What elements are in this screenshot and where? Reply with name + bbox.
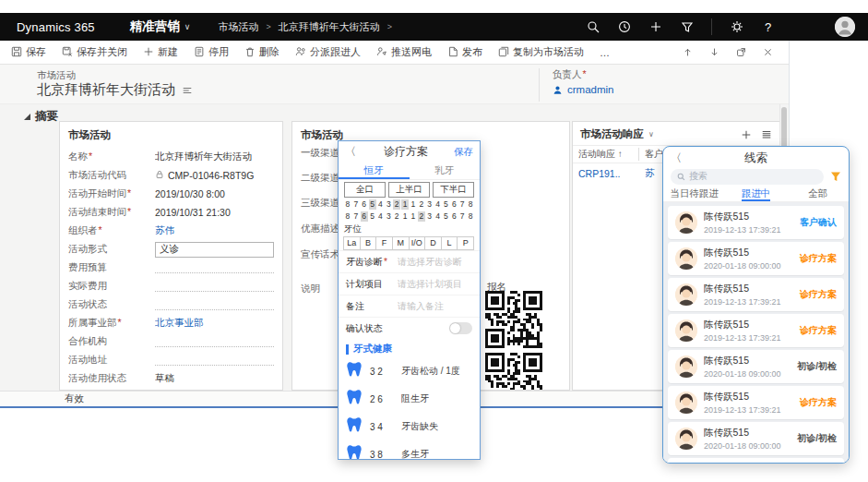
tooth-number-cell[interactable]: 2 <box>418 199 425 210</box>
leads-tab[interactable]: 跟进中 <box>725 187 787 201</box>
grid-title[interactable]: 市场活动响应 <box>580 127 644 141</box>
tooth-number-cell[interactable]: 7 <box>352 211 360 222</box>
plan-field-row[interactable]: 计划项目请选择计划项目 <box>339 272 480 295</box>
lead-list-item[interactable]: 陈传跃5152020-01-18 09:00:00初诊/初检 <box>668 422 844 455</box>
dental-health-item[interactable]: 3 4牙齿缺失 <box>339 413 480 440</box>
dental-health-item[interactable]: 3 2牙齿松动 / 1度 <box>339 357 480 385</box>
close-icon[interactable] <box>761 46 774 59</box>
tooth-number-cell[interactable]: 8 <box>467 199 474 210</box>
deactivate-button[interactable]: 停用 <box>194 45 229 59</box>
leads-tab[interactable]: 当日待跟进 <box>663 187 725 201</box>
back-chevron-icon[interactable]: 〈 <box>671 151 684 166</box>
tooth-number-cell[interactable]: 6 <box>361 211 368 222</box>
chevron-down-icon[interactable]: ∨ <box>648 130 654 139</box>
tooth-number-cell[interactable]: 5 <box>369 211 376 222</box>
tooth-surface-cell[interactable]: F <box>375 236 393 250</box>
new-button[interactable]: 新建 <box>143 45 178 59</box>
field-value-link[interactable]: 北京事业部 <box>155 317 274 330</box>
tooth-number-cell[interactable]: 6 <box>361 199 368 210</box>
add-record-icon[interactable] <box>741 129 752 140</box>
response-number-link[interactable]: CRP191.. <box>573 168 639 179</box>
tooth-surface-cell[interactable]: La <box>343 236 361 250</box>
delete-button[interactable]: 删除 <box>244 45 279 59</box>
tooth-number-cell[interactable]: 5 <box>443 199 450 210</box>
quick-create-icon[interactable] <box>648 20 662 34</box>
lead-list-item[interactable]: 陈传跃5152019-12-13 17:39:21客户确认 <box>668 206 844 239</box>
tooth-number-cell[interactable]: 3 <box>385 199 392 210</box>
form-selector-icon[interactable] <box>182 85 193 96</box>
field-input[interactable]: 义诊 <box>155 242 274 258</box>
tooth-number-cell[interactable]: 5 <box>443 211 450 222</box>
save-button[interactable]: 保存 <box>11 45 46 59</box>
search-input[interactable]: 搜索 <box>671 169 824 185</box>
plan-field-row[interactable]: 备注请输入备注 <box>339 295 480 317</box>
tooth-number-cell[interactable]: 7 <box>458 211 466 222</box>
column-header[interactable]: 活动响应 ↑ <box>573 148 639 161</box>
tooth-number-cell[interactable]: 7 <box>352 199 360 210</box>
dynamics365-home-link[interactable]: Dynamics 365 <box>17 20 95 34</box>
recent-items-icon[interactable] <box>617 20 631 34</box>
help-icon[interactable]: ? <box>761 20 775 34</box>
tab-inactive[interactable]: 乳牙 <box>410 163 481 179</box>
user-avatar[interactable] <box>835 17 855 37</box>
tooth-number-cell[interactable]: 1 <box>410 211 417 222</box>
tab-active[interactable]: 恒牙 <box>339 163 410 179</box>
empty-field-value[interactable] <box>155 299 274 310</box>
tooth-number-cell[interactable]: 7 <box>458 199 466 210</box>
tooth-number-cell[interactable]: 3 <box>385 211 392 222</box>
tooth-number-cell[interactable]: 4 <box>377 211 385 222</box>
leads-tab[interactable]: 全部 <box>787 187 849 201</box>
tooth-number-cell[interactable]: 4 <box>434 211 442 222</box>
filter-funnel-icon[interactable] <box>830 171 841 182</box>
tooth-number-cell[interactable]: 6 <box>450 211 458 222</box>
app-switcher[interactable]: 精准营销 <box>130 18 180 35</box>
tooth-number-cell[interactable]: 2 <box>393 199 400 210</box>
tooth-surface-cell[interactable]: D <box>424 236 442 250</box>
empty-field-value[interactable] <box>155 336 274 347</box>
lead-list-item[interactable]: 陈传跃515 <box>668 458 844 463</box>
publish-button[interactable]: 发布 <box>447 45 482 59</box>
copy-as-campaign-button[interactable]: 复制为市场活动 <box>498 45 584 59</box>
field-value-link[interactable]: 苏伟 <box>155 224 274 237</box>
empty-field-value[interactable] <box>155 262 274 273</box>
tooth-number-cell[interactable]: 1 <box>410 199 417 210</box>
previous-record-icon[interactable] <box>681 46 694 59</box>
tooth-surface-cell[interactable]: B <box>360 236 377 250</box>
tooth-number-cell[interactable]: 8 <box>344 211 351 222</box>
search-icon[interactable] <box>586 20 600 34</box>
settings-gear-icon[interactable] <box>730 20 743 34</box>
filter-icon[interactable] <box>680 20 694 34</box>
tooth-number-cell[interactable]: 2 <box>393 211 400 222</box>
next-record-icon[interactable] <box>707 46 720 59</box>
lead-list-item[interactable]: 陈传跃5152020-01-18 09:00:00初诊/初检 <box>668 350 844 383</box>
tooth-number-cell[interactable]: 3 <box>426 199 434 210</box>
empty-field-value[interactable] <box>155 281 274 292</box>
dental-health-item[interactable]: 2 6阻生牙 <box>339 385 480 413</box>
lead-list-item[interactable]: 陈传跃5152019-12-13 17:39:21诊疗方案 <box>668 314 844 347</box>
lead-list-item[interactable]: 陈传跃5152020-01-18 09:00:00诊疗方案 <box>668 242 844 275</box>
tooth-surface-cell[interactable]: I/O <box>409 236 426 250</box>
dental-health-item[interactable]: 3 8多生牙 <box>339 440 480 459</box>
tooth-number-cell[interactable]: 5 <box>369 199 376 210</box>
breadcrumb-campaigns[interactable]: 市场活动 <box>218 20 258 34</box>
plan-field-row[interactable]: 牙齿诊断*请选择牙齿诊断 <box>339 250 480 272</box>
plan-save-button[interactable]: 保存 <box>454 146 473 159</box>
tooth-number-cell[interactable]: 4 <box>377 199 385 210</box>
tooth-surface-cell[interactable]: M <box>392 236 410 250</box>
breadcrumb-record[interactable]: 北京拜博祈年大街活动 <box>279 20 380 34</box>
more-button[interactable]: … <box>600 47 610 58</box>
owner-link[interactable]: crmadmin <box>553 84 613 95</box>
section-summary[interactable]: 摘要 <box>24 109 58 125</box>
confirm-status-toggle[interactable] <box>449 322 472 334</box>
popout-icon[interactable] <box>734 46 747 59</box>
empty-field-value[interactable] <box>155 355 274 366</box>
tooth-surface-cell[interactable]: P <box>457 236 474 250</box>
mouth-region-button[interactable]: 上半口 <box>388 182 430 198</box>
tooth-number-cell[interactable]: 6 <box>450 199 458 210</box>
assign-follower-button[interactable]: 分派跟进人 <box>295 45 361 59</box>
mouth-region-button[interactable]: 下半口 <box>433 182 474 198</box>
push-netcall-button[interactable]: 推送网电 <box>376 45 432 59</box>
lead-list-item[interactable]: 陈传跃5152019-12-13 17:39:21诊疗方案 <box>668 386 844 419</box>
chevron-down-icon[interactable]: ∨ <box>184 22 191 31</box>
tooth-number-cell[interactable]: 4 <box>434 199 442 210</box>
